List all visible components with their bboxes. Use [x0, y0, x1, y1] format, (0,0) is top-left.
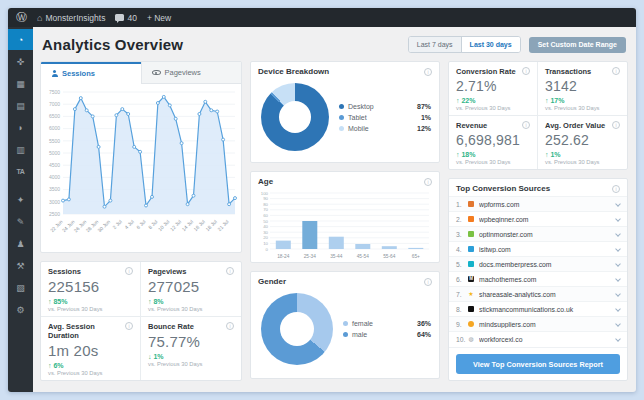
stat-note: vs. Previous 30 Days	[456, 159, 530, 165]
info-icon[interactable]	[612, 121, 620, 129]
chevron-down-icon[interactable]	[615, 246, 621, 252]
info-icon[interactable]	[612, 67, 620, 75]
chevron-down-icon[interactable]	[615, 276, 621, 282]
chevron-down-icon[interactable]	[615, 261, 621, 267]
svg-text:4000: 4000	[49, 174, 60, 180]
set-custom-date-range-button[interactable]: Set Custom Date Range	[529, 37, 626, 53]
sidebar-item-analytics[interactable]: TA	[8, 161, 33, 182]
wordpress-logo-icon[interactable]: Ⓦ	[16, 10, 27, 25]
svg-text:10 Jul: 10 Jul	[157, 218, 171, 232]
ecommerce-stats-grid: Conversion Rate 2.71% ↑ 22% vs. Previous…	[448, 61, 628, 170]
source-row[interactable]: 5.docs.memberpress.com	[449, 256, 627, 271]
legend-label: female	[352, 320, 417, 327]
svg-text:18-24: 18-24	[277, 254, 290, 259]
dashboard-grid: Sessions Pageviews 250030003500400045005…	[40, 61, 628, 381]
comments-menu[interactable]: 40	[115, 13, 136, 23]
source-rank: 2.	[456, 216, 468, 223]
legend-value: 12%	[417, 125, 431, 132]
panel-title: Top Conversion Sources	[456, 184, 550, 193]
device-breakdown-panel: Device Breakdown Desktop87% Tablet1% Mob…	[250, 61, 440, 163]
date-range-toggle: Last 7 days Last 30 days	[408, 36, 521, 53]
info-icon[interactable]	[226, 322, 234, 330]
chevron-down-icon[interactable]	[615, 231, 621, 237]
new-content-menu[interactable]: + New	[147, 13, 171, 23]
info-icon[interactable]	[424, 178, 432, 186]
stat-value: 75.77%	[148, 333, 234, 350]
svg-text:30 Jun: 30 Jun	[96, 218, 111, 233]
info-icon[interactable]	[522, 121, 530, 129]
wpforms-favicon	[468, 201, 474, 207]
info-icon[interactable]	[125, 267, 133, 275]
last-30-days-button[interactable]: Last 30 days	[462, 37, 520, 52]
stat-label: Conversion Rate	[456, 67, 516, 76]
shareasale-favicon: ★	[468, 291, 474, 297]
sidebar-item-comments[interactable]: ◗	[8, 117, 33, 138]
stat-note: vs. Previous 30 Days	[148, 361, 234, 367]
wp-admin-sidebar: ◔ ✜ ▦ ▤ ◗ ▥ TA ✦ ✎ ♟ ⚒ ▧ ⚙	[8, 27, 33, 392]
svg-text:7500: 7500	[49, 89, 60, 95]
sidebar-item-posts[interactable]: ✜	[8, 51, 33, 72]
svg-text:80: 80	[263, 202, 268, 207]
gender-panel: Gender female36% male64%	[250, 271, 440, 379]
last-7-days-button[interactable]: Last 7 days	[409, 37, 462, 52]
info-icon[interactable]	[612, 185, 620, 193]
sidebar-item-insights[interactable]: ▧	[8, 277, 33, 298]
tab-pageviews[interactable]: Pageviews	[141, 62, 242, 83]
legend-value: 1%	[421, 114, 431, 121]
stat-avg-order-value: Avg. Order Value 252.62 ↑ 1% vs. Previou…	[538, 116, 627, 169]
sidebar-item-pages[interactable]: ▤	[8, 95, 33, 116]
sources-list: 1.wpforms.com 2.wpbeginner.com 3.optinmo…	[449, 196, 627, 347]
sidebar-item-settings[interactable]: ⚙	[8, 299, 33, 320]
source-row[interactable]: 4.isitwp.com	[449, 241, 627, 256]
stat-label: Sessions	[48, 267, 81, 276]
sidebar-item-tools[interactable]: ⚒	[8, 255, 33, 276]
source-row[interactable]: 8.stickmancommunications.co.uk	[449, 301, 627, 316]
source-row[interactable]: 2.wpbeginner.com	[449, 211, 627, 226]
sidebar-item-users[interactable]: ♟	[8, 233, 33, 254]
optinmonster-favicon	[468, 231, 474, 237]
chevron-down-icon[interactable]	[615, 321, 621, 327]
info-icon[interactable]	[424, 278, 432, 286]
source-row[interactable]: 1.wpforms.com	[449, 196, 627, 211]
sidebar-item-dashboard[interactable]: ◔	[8, 29, 33, 50]
traffic-overview-panel: Sessions Pageviews 250030003500400045005…	[40, 61, 242, 253]
comments-bubble-icon	[115, 14, 124, 21]
sidebar-item-appearance[interactable]: ✎	[8, 211, 33, 232]
age-bar-chart: 010203040506070809010018-2425-3435-4445-…	[251, 189, 439, 273]
source-row[interactable]: 3.optinmonster.com	[449, 226, 627, 241]
chevron-down-icon[interactable]	[615, 216, 621, 222]
source-domain: docs.memberpress.com	[479, 261, 612, 268]
top-conversion-sources-panel: Top Conversion Sources 1.wpforms.com 2.w…	[448, 178, 628, 381]
svg-text:35-44: 35-44	[330, 254, 343, 259]
info-icon[interactable]	[522, 67, 530, 75]
legend-label: Desktop	[348, 103, 417, 110]
sidebar-item-feedback[interactable]: ▥	[8, 139, 33, 160]
source-rank: 4.	[456, 246, 468, 253]
source-domain: wpforms.com	[479, 201, 612, 208]
source-rank: 9.	[456, 321, 468, 328]
source-row[interactable]: 7.★shareasale-analytics.com	[449, 286, 627, 301]
machothemes-favicon: M	[468, 276, 474, 282]
sidebar-item-plugins[interactable]: ✦	[8, 189, 33, 210]
info-icon[interactable]	[226, 267, 234, 275]
sidebar-item-media[interactable]: ▦	[8, 73, 33, 94]
info-icon[interactable]	[125, 322, 133, 330]
source-rank: 3.	[456, 231, 468, 238]
source-row[interactable]: 10.◍workforcexl.co	[449, 331, 627, 346]
view-top-conversion-sources-report-button[interactable]: View Top Conversion Sources Report	[456, 354, 620, 374]
source-row[interactable]: 9.mindsuppliers.com	[449, 316, 627, 331]
tab-sessions[interactable]: Sessions	[41, 62, 141, 84]
source-domain: machothemes.com	[479, 276, 612, 283]
svg-text:100: 100	[261, 191, 269, 196]
site-menu[interactable]: ⌂ MonsterInsights	[37, 13, 105, 23]
new-content-label: + New	[147, 13, 171, 23]
source-rank: 10.	[456, 336, 468, 343]
stat-label: Avg. Session Duration	[48, 322, 123, 340]
chevron-down-icon[interactable]	[615, 201, 621, 207]
info-icon[interactable]	[424, 68, 432, 76]
source-row[interactable]: 6.Mmachothemes.com	[449, 271, 627, 286]
chevron-down-icon[interactable]	[615, 336, 621, 342]
chevron-down-icon[interactable]	[615, 306, 621, 312]
chevron-down-icon[interactable]	[615, 291, 621, 297]
svg-text:55-64: 55-64	[383, 254, 396, 259]
